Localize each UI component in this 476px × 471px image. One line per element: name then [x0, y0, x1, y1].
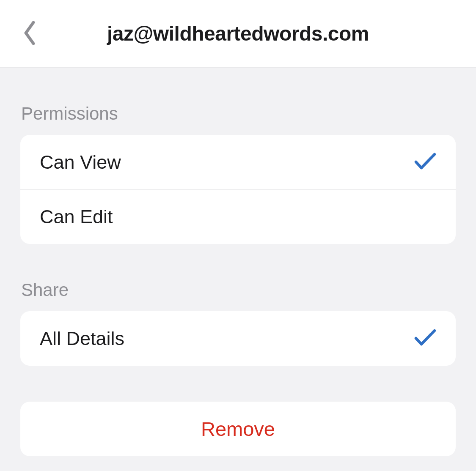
- content: Permissions Can View Can Edit Share All …: [0, 68, 476, 456]
- permission-option-can-edit[interactable]: Can Edit: [20, 189, 456, 244]
- share-section-header: Share: [20, 244, 456, 311]
- remove-button[interactable]: Remove: [20, 402, 456, 456]
- checkmark-icon: [414, 329, 436, 348]
- permissions-section-header: Permissions: [20, 68, 456, 135]
- chevron-left-icon: [23, 21, 36, 47]
- share-option-label: All Details: [40, 328, 124, 350]
- remove-button-label: Remove: [201, 417, 275, 441]
- page-header: jaz@wildheartedwords.com: [0, 0, 476, 68]
- share-option-all-details[interactable]: All Details: [20, 311, 456, 366]
- share-list: All Details: [20, 311, 456, 366]
- back-button[interactable]: [23, 21, 36, 47]
- permission-option-can-view[interactable]: Can View: [20, 135, 456, 189]
- permission-option-label: Can Edit: [40, 206, 113, 228]
- action-list: Remove: [20, 402, 456, 456]
- checkmark-icon: [414, 153, 436, 172]
- permissions-list: Can View Can Edit: [20, 135, 456, 244]
- permission-option-label: Can View: [40, 151, 121, 173]
- page-title: jaz@wildheartedwords.com: [21, 22, 455, 45]
